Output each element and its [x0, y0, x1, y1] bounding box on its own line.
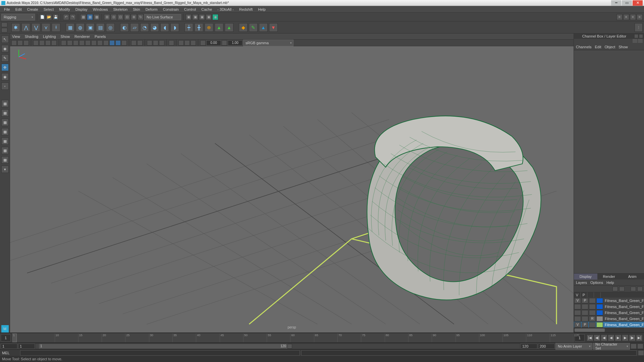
colorspace-dropdown[interactable]: sRGB gamma [243, 40, 293, 46]
layer-reference-toggle[interactable] [589, 310, 596, 315]
scale-tool-icon[interactable]: ▫ [1, 82, 9, 90]
go-end-icon[interactable]: ▶| [636, 335, 643, 341]
vp-menu-view[interactable]: View [12, 35, 20, 39]
vp-resolution-gate-icon[interactable] [45, 40, 51, 46]
vp-shaded-icon[interactable] [67, 40, 72, 46]
vp-quality-icon[interactable] [184, 40, 190, 46]
layout-four-icon[interactable]: ▦ [1, 109, 9, 117]
undo-icon[interactable]: ↶ [63, 14, 69, 20]
vp-renderer-icon[interactable] [178, 40, 184, 46]
layer-playback-toggle[interactable]: P [582, 298, 588, 303]
close-button[interactable]: ✕ [633, 0, 643, 6]
paint-weights-icon[interactable]: ▣ [86, 23, 95, 32]
graph-editor-icon[interactable]: ✎ [249, 23, 258, 32]
vp-gamma-reset-icon[interactable] [222, 40, 227, 46]
options-menu[interactable]: Options [590, 281, 603, 285]
wrap-icon[interactable]: ◕ [150, 23, 159, 32]
insert-joint-icon[interactable]: ⋎ [42, 23, 50, 32]
menu-edit[interactable]: Edit [13, 7, 24, 12]
vp-menu-renderer[interactable]: Renderer [74, 35, 90, 39]
range-play-start-field[interactable]: 120 [521, 344, 537, 349]
vp-xray-joints-icon[interactable] [103, 40, 109, 46]
snap-plane-icon[interactable]: ⊟ [124, 14, 130, 20]
ik-handle-icon[interactable]: ⋀ [21, 23, 30, 32]
layer-row[interactable]: Fitness_Band_Green_F [574, 304, 644, 310]
select-object-icon[interactable]: ▦ [87, 14, 93, 20]
panel-toggle-4-icon[interactable]: ≡ [637, 14, 643, 20]
play-forward-icon[interactable]: ▶ [615, 335, 622, 341]
menu-redshift[interactable]: Redshift [236, 7, 255, 12]
vp-textured-icon[interactable] [73, 40, 78, 46]
open-scene-icon[interactable]: 📂 [46, 14, 52, 20]
render-icon[interactable]: ▣ [185, 14, 192, 20]
detach-skin-icon[interactable]: ◍ [76, 23, 85, 32]
mirror-weights-icon[interactable]: ▤ [96, 23, 105, 32]
blend-shape-icon[interactable]: ◔ [140, 23, 149, 32]
smooth-weights-icon[interactable]: ◎ [106, 23, 115, 32]
time-slider[interactable]: 1 11015202530354045505560657075808590951… [0, 333, 644, 343]
hypershade-icon[interactable]: ◉ [212, 14, 218, 20]
vp-isolate-icon[interactable] [91, 40, 97, 46]
move-tool-icon[interactable]: ✥ [1, 64, 9, 71]
vp-bookmark-icon[interactable] [17, 40, 23, 46]
shelf-tab-toggle-icon[interactable] [1, 22, 7, 27]
range-start-field[interactable]: 1 [18, 344, 35, 349]
paint-select-icon[interactable]: ✎ [1, 54, 9, 62]
menu-windows[interactable]: Windows [90, 7, 111, 12]
aim-constraint-icon[interactable]: ▲ [215, 23, 223, 32]
layout-hypershade-icon[interactable]: ▦ [1, 156, 9, 164]
point-constraint-icon[interactable]: ╋ [195, 23, 203, 32]
tab-channels[interactable]: Channels [576, 45, 591, 49]
layer-new-empty-icon[interactable] [631, 287, 636, 291]
step-forward-key-icon[interactable]: |▶ [629, 335, 636, 341]
step-forward-icon[interactable]: ▶ [622, 335, 629, 341]
parent-constraint-icon[interactable]: ┿ [184, 23, 193, 32]
command-input[interactable] [20, 350, 300, 356]
menu-modify[interactable]: Modify [56, 7, 72, 12]
panel-dock-icon[interactable] [635, 35, 638, 38]
vp-menu-show[interactable]: Show [61, 35, 70, 39]
vp-motion-blur-icon[interactable] [115, 40, 121, 46]
layer-visibility-toggle[interactable] [574, 304, 581, 309]
channel-icon-1[interactable] [633, 39, 637, 43]
tab-edit[interactable]: Edit [595, 45, 601, 49]
range-play-end-field[interactable]: 200 [538, 344, 555, 349]
layer-reference-toggle[interactable] [589, 304, 596, 309]
layer-visibility-toggle[interactable] [574, 316, 581, 321]
layer-visibility-toggle[interactable]: V [574, 322, 581, 327]
minimize-button[interactable]: ━ [611, 0, 621, 6]
auto-key-icon[interactable] [631, 344, 637, 349]
select-component-icon[interactable]: ▦ [94, 14, 100, 20]
help-menu[interactable]: Help [606, 281, 614, 285]
lasso-tool-icon[interactable]: ◉ [1, 45, 9, 52]
layout-three-icon[interactable]: ▦ [1, 128, 9, 135]
snap-point-icon[interactable]: ⊡ [117, 14, 123, 20]
layer-row[interactable]: Fitness_Band_Green_F [574, 310, 644, 316]
vp-wireframe-icon[interactable] [61, 40, 66, 46]
ipr-icon[interactable]: ▣ [192, 14, 198, 20]
channel-icon-2[interactable] [638, 39, 643, 43]
tab-display[interactable]: Display [574, 274, 597, 280]
go-start-icon[interactable]: |◀ [587, 335, 593, 341]
range-handle[interactable] [287, 344, 292, 349]
vp-menu-panels[interactable]: Panels [95, 35, 106, 39]
layer-color-swatch[interactable] [596, 304, 603, 309]
layer-row[interactable]: VPFitness_Band_Green_F [574, 322, 644, 328]
character-set-dropdown[interactable]: No Character Set [593, 343, 630, 350]
shelf-options-icon[interactable]: ⋮ [635, 23, 643, 32]
menu-display[interactable]: Display [73, 7, 90, 12]
render-settings-icon[interactable]: ▣ [199, 14, 205, 20]
layout-persp-icon[interactable]: ▦ [1, 147, 9, 154]
layout-outliner-icon[interactable]: ▦ [1, 137, 9, 145]
menu-help[interactable]: Help [255, 7, 268, 12]
vp-menu-shading[interactable]: Shading [25, 35, 38, 39]
vp-camera-icon[interactable] [11, 40, 17, 46]
vp-dof-icon[interactable] [131, 40, 137, 46]
play-back-icon[interactable]: ◀ [608, 335, 614, 341]
layer-move-up-icon[interactable] [612, 287, 618, 291]
time-track[interactable]: 1101520253035404550556065707580859095100… [12, 334, 573, 342]
layer-color-swatch[interactable] [596, 310, 603, 315]
mirror-joint-icon[interactable]: ⫲ [52, 23, 60, 32]
layer-visibility-toggle[interactable]: V [574, 298, 581, 303]
layer-row[interactable]: VPFitness_Band_Green_F [574, 298, 644, 304]
